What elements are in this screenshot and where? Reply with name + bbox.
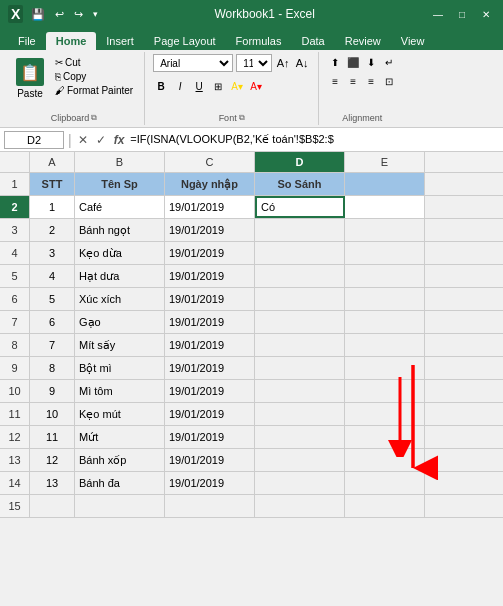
cell-d4[interactable]	[255, 242, 345, 264]
col-header-a[interactable]: A	[30, 152, 75, 172]
cell-e1[interactable]	[345, 173, 425, 195]
cell-c13[interactable]: 19/01/2019	[165, 449, 255, 471]
cell-b2[interactable]: Café	[75, 196, 165, 218]
row-num-7[interactable]: 7	[0, 311, 30, 333]
merge-btn[interactable]: ⊡	[381, 73, 397, 89]
cell-d6[interactable]	[255, 288, 345, 310]
cell-a7[interactable]: 6	[30, 311, 75, 333]
cell-e15[interactable]	[345, 495, 425, 517]
decrease-font-btn[interactable]: A↓	[294, 55, 310, 71]
row-num-9[interactable]: 9	[0, 357, 30, 379]
cell-e3[interactable]	[345, 219, 425, 241]
underline-button[interactable]: U	[191, 78, 207, 94]
cell-a1[interactable]: STT	[30, 173, 75, 195]
cell-a8[interactable]: 7	[30, 334, 75, 356]
cell-d15[interactable]	[255, 495, 345, 517]
insert-function-icon[interactable]: fx	[112, 133, 127, 147]
cell-c14[interactable]: 19/01/2019	[165, 472, 255, 494]
row-num-2[interactable]: 2	[0, 196, 30, 218]
col-header-c[interactable]: C	[165, 152, 255, 172]
col-header-e[interactable]: E	[345, 152, 425, 172]
cell-e6[interactable]	[345, 288, 425, 310]
align-left-btn[interactable]: ≡	[327, 73, 343, 89]
fill-color-button[interactable]: A▾	[229, 78, 245, 94]
cell-d5[interactable]	[255, 265, 345, 287]
cell-c2[interactable]: 19/01/2019	[165, 196, 255, 218]
cell-a15[interactable]	[30, 495, 75, 517]
cell-b15[interactable]	[75, 495, 165, 517]
row-num-14[interactable]: 14	[0, 472, 30, 494]
cell-b3[interactable]: Bánh ngọt	[75, 219, 165, 241]
format-painter-button[interactable]: 🖌 Format Painter	[52, 84, 136, 97]
cell-b8[interactable]: Mít sấy	[75, 334, 165, 356]
cell-d12[interactable]	[255, 426, 345, 448]
cell-d8[interactable]	[255, 334, 345, 356]
cell-c10[interactable]: 19/01/2019	[165, 380, 255, 402]
save-icon[interactable]: 💾	[29, 8, 47, 21]
cell-b4[interactable]: Kẹo dừa	[75, 242, 165, 264]
cell-c4[interactable]: 19/01/2019	[165, 242, 255, 264]
cell-b11[interactable]: Kẹo mút	[75, 403, 165, 425]
redo-icon[interactable]: ↪	[72, 8, 85, 21]
cell-c1[interactable]: Ngày nhập	[165, 173, 255, 195]
row-num-8[interactable]: 8	[0, 334, 30, 356]
cell-b7[interactable]: Gạo	[75, 311, 165, 333]
minimize-btn[interactable]: —	[429, 7, 447, 21]
increase-font-btn[interactable]: A↑	[275, 55, 291, 71]
cell-b1[interactable]: Tên Sp	[75, 173, 165, 195]
cell-a6[interactable]: 5	[30, 288, 75, 310]
cell-b12[interactable]: Mứt	[75, 426, 165, 448]
cell-a3[interactable]: 2	[30, 219, 75, 241]
cell-a4[interactable]: 3	[30, 242, 75, 264]
cell-e14[interactable]	[345, 472, 425, 494]
tab-page-layout[interactable]: Page Layout	[144, 32, 226, 50]
cell-e2[interactable]	[345, 196, 425, 218]
cell-reference-input[interactable]	[4, 131, 64, 149]
cell-e7[interactable]	[345, 311, 425, 333]
row-num-3[interactable]: 3	[0, 219, 30, 241]
cell-c5[interactable]: 19/01/2019	[165, 265, 255, 287]
cell-b14[interactable]: Bánh đa	[75, 472, 165, 494]
col-header-b[interactable]: B	[75, 152, 165, 172]
font-expand-icon[interactable]: ⧉	[239, 113, 245, 123]
align-center-btn[interactable]: ≡	[345, 73, 361, 89]
cell-d10[interactable]	[255, 380, 345, 402]
cell-b6[interactable]: Xúc xích	[75, 288, 165, 310]
paste-button[interactable]: 📋 Paste	[12, 54, 48, 103]
align-right-btn[interactable]: ≡	[363, 73, 379, 89]
cell-b13[interactable]: Bánh xốp	[75, 449, 165, 471]
row-num-11[interactable]: 11	[0, 403, 30, 425]
confirm-formula-icon[interactable]: ✓	[94, 133, 108, 147]
cell-d13[interactable]	[255, 449, 345, 471]
cell-a9[interactable]: 8	[30, 357, 75, 379]
font-color-button[interactable]: A▾	[248, 78, 264, 94]
tab-review[interactable]: Review	[335, 32, 391, 50]
cell-c3[interactable]: 19/01/2019	[165, 219, 255, 241]
clipboard-expand-icon[interactable]: ⧉	[91, 113, 97, 123]
cell-d14[interactable]	[255, 472, 345, 494]
row-num-12[interactable]: 12	[0, 426, 30, 448]
cell-a14[interactable]: 13	[30, 472, 75, 494]
tab-data[interactable]: Data	[291, 32, 334, 50]
cell-c9[interactable]: 19/01/2019	[165, 357, 255, 379]
border-button[interactable]: ⊞	[210, 78, 226, 94]
cell-d7[interactable]	[255, 311, 345, 333]
cell-a5[interactable]: 4	[30, 265, 75, 287]
cell-c15[interactable]	[165, 495, 255, 517]
tab-view[interactable]: View	[391, 32, 435, 50]
cell-e4[interactable]	[345, 242, 425, 264]
row-num-1[interactable]: 1	[0, 173, 30, 195]
cell-a12[interactable]: 11	[30, 426, 75, 448]
cell-c6[interactable]: 19/01/2019	[165, 288, 255, 310]
cell-b9[interactable]: Bột mì	[75, 357, 165, 379]
align-bottom-btn[interactable]: ⬇	[363, 54, 379, 70]
italic-button[interactable]: I	[172, 78, 188, 94]
row-num-4[interactable]: 4	[0, 242, 30, 264]
cell-a10[interactable]: 9	[30, 380, 75, 402]
cell-d2[interactable]: Có	[255, 196, 345, 218]
col-header-d[interactable]: D	[255, 152, 345, 172]
close-btn[interactable]: ✕	[477, 7, 495, 21]
cell-d1[interactable]: So Sánh	[255, 173, 345, 195]
tab-file[interactable]: File	[8, 32, 46, 50]
cell-b5[interactable]: Hạt dưa	[75, 265, 165, 287]
